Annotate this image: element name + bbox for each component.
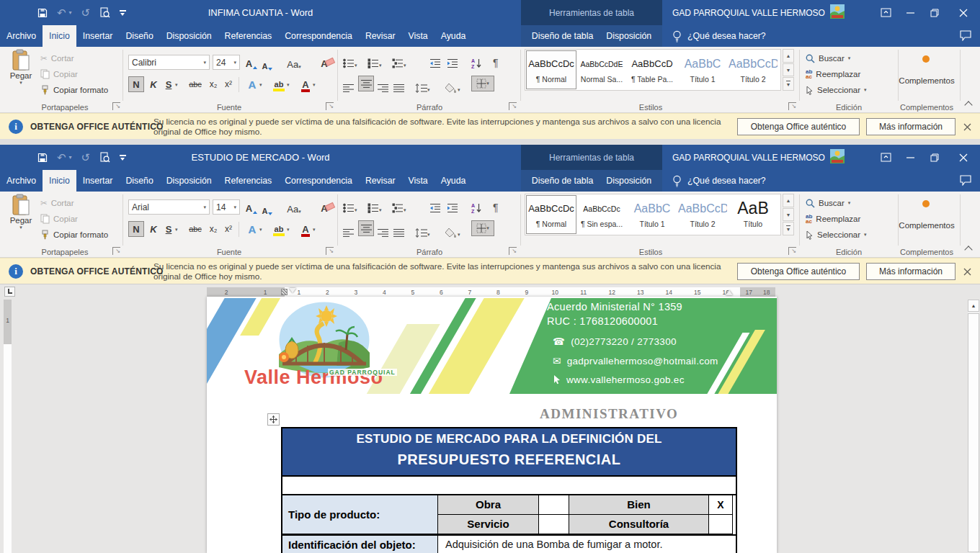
tab-diseno[interactable]: Diseño <box>119 25 159 47</box>
get-genuine-office-button[interactable]: Obtenga Office auténtico <box>737 263 860 280</box>
style-titulo[interactable]: AaBTítulo <box>728 195 778 234</box>
tab-inicio[interactable]: Inicio <box>43 25 76 47</box>
highlight-button[interactable]: ab <box>271 221 287 237</box>
gallery-scroll-up-icon[interactable]: ▲ <box>783 194 794 207</box>
replace-button[interactable]: abacReemplazar <box>806 67 860 81</box>
tab-disposicion-tabla[interactable]: Disposición <box>600 170 658 192</box>
style-table-pa[interactable]: AaBbCcD¶ Table Pa... <box>627 50 677 89</box>
restore-icon[interactable] <box>922 0 947 25</box>
paste-button[interactable]: Pegar ▾ <box>4 194 37 241</box>
tab-archivo[interactable]: Archivo <box>0 25 43 47</box>
ident-label-cell[interactable]: Identificación del objeto: <box>282 536 438 553</box>
superscript-button[interactable]: x² <box>222 76 235 92</box>
italic-button[interactable]: K <box>147 221 160 237</box>
ribbon-display-options-icon[interactable] <box>873 0 898 25</box>
underline-button[interactable]: S <box>163 221 174 237</box>
justify-button[interactable] <box>393 222 404 238</box>
increase-indent-button[interactable] <box>447 197 458 213</box>
servicio-cell[interactable]: Servicio <box>438 515 539 534</box>
tab-disposicion-tabla[interactable]: Disposición <box>600 25 658 47</box>
cut-button[interactable]: ✂Cortar <box>40 51 74 66</box>
justify-button[interactable] <box>393 77 404 93</box>
account-area[interactable]: GAD PARROQUIAL VALLE HERMOSO <box>672 0 845 25</box>
italic-button[interactable]: K <box>147 76 160 92</box>
font-color-button[interactable]: A <box>298 76 313 92</box>
tell-me-box[interactable]: ¿Qué desea hacer? <box>672 25 766 47</box>
addin-dot-icon[interactable] <box>922 200 930 207</box>
line-spacing-button[interactable]: ▾ <box>415 222 430 238</box>
styles-dialog-launcher-icon[interactable]: ↘ <box>788 247 796 255</box>
paragraph-dialog-launcher-icon[interactable]: ↘ <box>509 102 517 110</box>
tab-vista[interactable]: Vista <box>402 170 435 192</box>
borders-button[interactable]: ▾ <box>471 220 494 236</box>
font-color-button[interactable]: A <box>298 221 313 237</box>
cut-button[interactable]: ✂Cortar <box>40 196 74 210</box>
consultoria-mark-cell[interactable] <box>709 515 733 534</box>
paragraph-dialog-launcher-icon[interactable]: ↘ <box>509 247 517 255</box>
vertical-scrollbar[interactable]: ▲ <box>968 300 979 553</box>
tab-diseno-de-tabla[interactable]: Diseño de tabla <box>525 25 600 47</box>
text-effects-button[interactable]: A <box>245 76 259 92</box>
underline-dropdown-icon[interactable]: ▾ <box>175 82 178 88</box>
font-size-select[interactable]: 14▾ <box>213 199 240 215</box>
clear-formatting-button[interactable]: A <box>316 198 333 214</box>
obra-mark-cell[interactable] <box>539 495 569 515</box>
tab-diseno-de-tabla[interactable]: Diseño de tabla <box>525 170 600 192</box>
minimize-icon[interactable] <box>898 0 922 25</box>
bullets-button[interactable]: ▾ <box>343 197 357 213</box>
scroll-up-icon[interactable]: ▲ <box>968 300 979 312</box>
close-icon[interactable] <box>947 145 980 170</box>
table-move-handle-icon[interactable] <box>267 413 280 426</box>
restore-icon[interactable] <box>922 145 947 170</box>
style-titulo-1[interactable]: AaBbCTítulo 1 <box>677 50 728 89</box>
strikethrough-button[interactable]: abc <box>186 76 205 92</box>
minimize-icon[interactable] <box>898 145 922 170</box>
pilcrow-button[interactable]: ¶ <box>493 53 499 68</box>
align-right-button[interactable] <box>378 77 388 93</box>
tab-ayuda[interactable]: Ayuda <box>435 170 473 192</box>
styles-dialog-launcher-icon[interactable]: ↘ <box>788 102 796 110</box>
replace-button[interactable]: abacReemplazar <box>806 212 860 226</box>
style-sin-espaciado[interactable]: AaBbCcDc¶ Sin espa... <box>576 195 627 234</box>
gallery-expand-icon[interactable]: ▼ <box>783 222 794 235</box>
tab-diseno[interactable]: Diseño <box>119 170 159 192</box>
multilevel-list-button[interactable]: ▾ <box>392 197 406 213</box>
shrink-font-button[interactable]: A <box>261 55 274 71</box>
account-area[interactable]: GAD PARROQUIAL VALLE HERMOSO <box>672 145 845 170</box>
tab-ayuda[interactable]: Ayuda <box>435 25 473 47</box>
font-size-select[interactable]: 24▾ <box>213 55 240 70</box>
consultoria-cell[interactable]: Consultoría <box>569 515 709 534</box>
grow-font-button[interactable]: A <box>244 198 259 214</box>
addins-button[interactable]: Complementos <box>889 76 964 85</box>
decrease-indent-button[interactable] <box>429 197 441 213</box>
bold-button[interactable]: N <box>128 221 144 237</box>
share-comment-icon[interactable] <box>960 30 971 43</box>
shading-button[interactable]: ▾ <box>445 77 460 93</box>
clipboard-dialog-launcher-icon[interactable]: ↘ <box>112 102 120 110</box>
select-button[interactable]: Seleccionar▾ <box>806 83 867 97</box>
sort-button[interactable]: AZ <box>471 197 482 213</box>
style-titulo-2[interactable]: AaBbCcDTítulo 2 <box>728 50 778 89</box>
tab-insertar[interactable]: Insertar <box>76 170 120 192</box>
subscript-button[interactable]: x₂ <box>207 76 220 92</box>
highlight-dropdown-icon[interactable]: ▾ <box>287 227 290 233</box>
shrink-font-button[interactable]: A <box>261 199 274 215</box>
gallery-expand-icon[interactable]: ▼ <box>783 77 794 91</box>
market-study-table[interactable]: ESTUDIO DE MERCADO PARA LA DEFINICIÓN DE… <box>281 427 737 553</box>
decrease-indent-button[interactable] <box>429 53 441 68</box>
clipboard-dialog-launcher-icon[interactable]: ↘ <box>112 247 120 255</box>
scrollbar-thumb[interactable] <box>968 313 979 552</box>
addins-button[interactable]: Complementos <box>889 221 964 230</box>
sort-button[interactable]: AZ <box>471 53 482 68</box>
font-name-select[interactable]: Arial▾ <box>128 199 210 215</box>
clear-formatting-button[interactable]: A <box>316 53 333 69</box>
more-info-button[interactable]: Más información <box>866 263 956 280</box>
tab-vista[interactable]: Vista <box>402 25 435 47</box>
right-indent-marker[interactable] <box>726 290 733 295</box>
avatar[interactable] <box>830 149 845 166</box>
gallery-scroll-up-icon[interactable]: ▲ <box>783 49 794 63</box>
strikethrough-button[interactable]: abc <box>186 221 205 237</box>
dismiss-banner-icon[interactable] <box>963 266 971 279</box>
underline-button[interactable]: S <box>163 76 174 92</box>
tab-correspondencia[interactable]: Correspondencia <box>278 170 359 192</box>
